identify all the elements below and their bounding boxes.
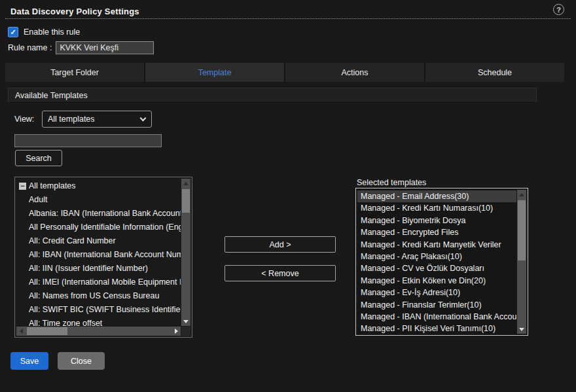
section-title: Available Templates (15, 91, 88, 100)
selected-templates-list: Managed - Email Address(30) Managed - Kr… (355, 188, 528, 336)
selected-templates-rows: Managed - Email Address(30) Managed - Kr… (357, 190, 516, 334)
available-templates-list: − All templates Adult Albania: IBAN (Int… (14, 177, 192, 338)
enable-rule-label: Enable this rule (24, 27, 80, 37)
vertical-scrollbar[interactable] (517, 190, 526, 334)
scrollbar-thumb[interactable] (182, 189, 190, 213)
tab-actions[interactable]: Actions (285, 63, 425, 82)
section-header: Available Templates (8, 88, 537, 103)
search-input[interactable] (14, 134, 162, 147)
list-item[interactable]: All: Time zone offset (16, 317, 181, 326)
vertical-scrollbar[interactable] (181, 179, 190, 326)
save-button[interactable]: Save (10, 352, 48, 370)
rule-name-row: Rule name : (8, 41, 154, 54)
help-icon[interactable]: ? (553, 4, 564, 15)
scroll-right-icon[interactable] (171, 327, 181, 336)
list-item[interactable]: Albania: IBAN (International Bank Accoun… (16, 207, 181, 221)
list-item[interactable]: Managed - PII Kişisel Veri Tanımı(10) (357, 323, 516, 334)
policy-settings-dialog: Data Discovery Policy Settings ? ✓ Enabl… (0, 0, 576, 392)
list-item[interactable]: All: IBAN (International Bank Account Nu… (16, 248, 181, 262)
list-item[interactable]: All: IMEI (International Mobile Equipmen… (16, 276, 181, 289)
tab-template[interactable]: Template (145, 63, 285, 82)
list-item[interactable]: Managed - Biyometrik Dosya (357, 215, 516, 226)
scroll-left-icon[interactable] (16, 327, 26, 336)
list-item[interactable]: All: IIN (Issuer Identifier Number) (16, 262, 181, 276)
list-item[interactable]: Managed - IBAN (International Bank Accou… (357, 311, 516, 323)
scroll-up-icon[interactable] (517, 190, 526, 199)
list-item[interactable]: All Personally Identifiable Information … (16, 221, 181, 234)
view-select-wrap: All templates (42, 111, 152, 128)
list-item[interactable]: Managed - Ev-İş Adresi(10) (357, 287, 516, 298)
view-label: View: (14, 115, 34, 124)
tab-target-folder[interactable]: Target Folder (5, 63, 145, 82)
list-item[interactable]: Managed - Etkin Köken ve Din(20) (357, 275, 516, 287)
list-item[interactable]: All: Names from US Census Bureau (16, 289, 181, 303)
rule-name-input[interactable] (56, 41, 154, 54)
scroll-up-icon[interactable] (181, 179, 190, 188)
tab-bar: Target Folder Template Actions Schedule (5, 63, 564, 82)
rule-name-label: Rule name : (8, 43, 52, 52)
remove-button[interactable]: < Remove (225, 265, 336, 281)
view-select[interactable]: All templates (42, 111, 152, 128)
enable-rule-checkbox[interactable]: ✓ (8, 27, 18, 37)
list-item[interactable]: All: SWIFT BIC (SWIFT Business Identifie… (16, 303, 181, 317)
list-item-all-templates[interactable]: − All templates (16, 179, 181, 193)
list-item[interactable]: All: Credit Card Number (16, 234, 181, 248)
page-title: Data Discovery Policy Settings (10, 7, 139, 16)
add-button[interactable]: Add > (225, 236, 336, 253)
available-templates-rows: − All templates Adult Albania: IBAN (Int… (16, 179, 181, 326)
list-item-label: All templates (29, 179, 76, 193)
list-item[interactable]: Managed - Encrypted Files (357, 226, 516, 238)
list-item[interactable]: Adult (16, 193, 181, 207)
scroll-down-icon[interactable] (517, 325, 526, 334)
enable-rule-row: ✓ Enable this rule (8, 27, 80, 37)
list-item-selected[interactable]: Managed - Email Address(30) (357, 190, 516, 202)
tab-schedule[interactable]: Schedule (425, 63, 564, 82)
selected-templates-label: Selected templates (357, 178, 426, 187)
scrollbar-corner (181, 327, 190, 336)
title-separator (5, 18, 571, 19)
scrollbar-thumb[interactable] (27, 327, 67, 335)
list-item[interactable]: Managed - Finanslar Terimler(10) (357, 299, 516, 311)
close-button[interactable]: Close (58, 352, 105, 370)
collapse-icon[interactable]: − (19, 183, 26, 190)
list-item[interactable]: Managed - CV ve Özlük Dosyaları (357, 262, 516, 274)
list-item[interactable]: Managed - Araç Plakası(10) (357, 251, 516, 262)
scroll-down-icon[interactable] (181, 317, 190, 326)
search-button[interactable]: Search (15, 150, 62, 166)
horizontal-scrollbar[interactable] (16, 327, 181, 336)
scrollbar-thumb[interactable] (518, 200, 526, 260)
list-item[interactable]: Managed - Kredi Kartı Numarası(10) (357, 202, 516, 214)
list-item[interactable]: Managed - Kredi Kartı Manyetik Veriler (357, 239, 516, 251)
